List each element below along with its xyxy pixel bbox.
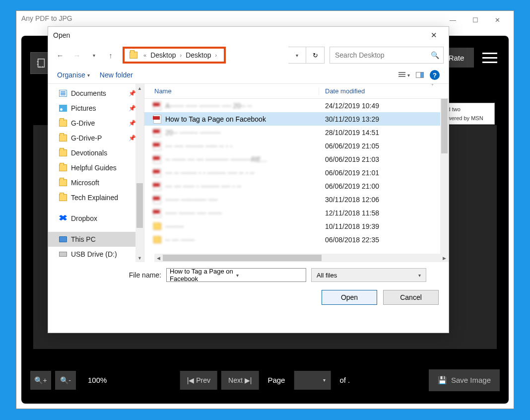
- sidebar-item-label: USB Drive (D:): [71, 250, 117, 258]
- folder-icon: [59, 120, 67, 127]
- folder-icon: [59, 164, 67, 171]
- dropbox-icon: [59, 215, 67, 222]
- file-row[interactable]: -- --- ------06/08/2018 22:35: [144, 233, 449, 246]
- file-row[interactable]: -- ------ --- --- ---------- ---------RE…: [144, 152, 449, 166]
- sidebar-item-microsoft[interactable]: Microsoft: [48, 175, 144, 190]
- next-page-button[interactable]: Next ▶|: [221, 371, 259, 390]
- pdf-icon: [153, 155, 161, 164]
- zoom-out-button[interactable]: 🔍-: [55, 371, 76, 390]
- sidebar-item-documents[interactable]: Documents📌: [48, 86, 144, 101]
- sidebar-item-label: Microsoft: [71, 179, 99, 187]
- file-row[interactable]: 20-- -------- ---------28/10/2019 14:51: [144, 126, 449, 139]
- open-button[interactable]: Open: [322, 290, 377, 305]
- sidebar-item-label: Pictures: [71, 104, 96, 112]
- sidebar-scrollbar[interactable]: ▲ ▼: [135, 84, 144, 262]
- minimize-button[interactable]: —: [442, 13, 464, 24]
- pin-icon: 📌: [129, 135, 136, 141]
- dialog-close-button[interactable]: ✕: [424, 28, 444, 42]
- folder-icon: [153, 236, 161, 243]
- close-app-button[interactable]: ✕: [486, 13, 509, 24]
- file-row[interactable]: ----- ------- ---- ------12/11/2018 11:5…: [144, 206, 449, 219]
- app-footer: 🔍+ 🔍- 100% |◀ Prev Next ▶| Page ▾ of . 💾…: [21, 356, 509, 404]
- file-row[interactable]: How to Tag a Page on Facebook30/11/2019 …: [144, 112, 449, 126]
- file-row[interactable]: --- ---- -------- ----- -- - -06/06/2019…: [144, 139, 449, 152]
- file-date: 28/10/2019 14:51: [319, 129, 449, 137]
- file-type-filter[interactable]: All files ▾: [311, 268, 426, 282]
- folder-icon: [130, 52, 137, 59]
- file-row[interactable]: --- -- ------- - - -------- ---- -- - --…: [144, 166, 449, 179]
- new-folder-button[interactable]: New folder: [100, 71, 133, 79]
- scrollbar-thumb[interactable]: [136, 183, 143, 228]
- pin-icon: 📌: [129, 105, 136, 112]
- nav-recent-button[interactable]: ▾: [87, 48, 101, 62]
- file-name: ------ ----------- ----: [165, 196, 218, 204]
- sidebar-item-devotionals[interactable]: Devotionals: [48, 145, 144, 160]
- sidebar-item-tech-explained[interactable]: Tech Explained: [48, 190, 144, 205]
- open-dialog: Open ✕ ← → ▾ ↑ « Desktop › Desktop › ▾ ↻: [48, 26, 449, 333]
- app-titlebar: Any PDF to JPG — ☐ ✕: [16, 11, 514, 26]
- view-mode-button[interactable]: ▾: [398, 72, 410, 78]
- usb-icon: [59, 252, 67, 257]
- nav-back-button[interactable]: ←: [53, 48, 67, 62]
- maximize-button[interactable]: ☐: [464, 13, 486, 24]
- folder-icon: [153, 223, 161, 230]
- list-header: Name ˅ Date modified: [144, 84, 449, 99]
- list-body: A------ ----- --------- ---- 20-- --24/1…: [144, 99, 449, 263]
- files-scrollbar[interactable]: [440, 99, 449, 254]
- scroll-down-icon[interactable]: ▼: [135, 254, 144, 262]
- preview-pane-button[interactable]: [416, 72, 424, 78]
- file-row[interactable]: --------10/11/2018 19:39: [144, 219, 449, 233]
- pdf-icon: [153, 115, 161, 124]
- sidebar-item-usb-drive-d-[interactable]: USB Drive (D:): [48, 247, 144, 262]
- rate-label: Rate: [449, 54, 464, 62]
- svg-rect-0: [38, 59, 45, 68]
- file-name: --------: [165, 222, 184, 230]
- help-button[interactable]: ?: [430, 70, 440, 80]
- sidebar-item-g-drive[interactable]: G-Drive📌: [48, 116, 144, 131]
- search-box[interactable]: 🔍: [330, 47, 444, 64]
- refresh-button[interactable]: ↻: [306, 47, 325, 64]
- nav-forward-button[interactable]: →: [70, 48, 84, 62]
- file-row[interactable]: ------ ----------- ----30/11/2018 12:06: [144, 193, 449, 206]
- cancel-button[interactable]: Cancel: [383, 290, 439, 305]
- nav-up-button[interactable]: ↑: [104, 48, 118, 62]
- horizontal-scrollbar[interactable]: ◀ ▶: [154, 254, 449, 262]
- chevron-down-icon: ▾: [407, 72, 410, 78]
- organise-button[interactable]: Organise ▾: [57, 71, 90, 79]
- file-row[interactable]: A------ ----- --------- ---- 20-- --24/1…: [144, 99, 449, 112]
- sidebar-item-g-drive-p[interactable]: G-Drive-P📌: [48, 131, 144, 145]
- scroll-left-icon[interactable]: ◀: [154, 256, 163, 261]
- pdf-icon: [153, 141, 161, 150]
- scroll-up-icon[interactable]: ▲: [135, 84, 144, 92]
- pin-icon: 📌: [129, 90, 136, 97]
- column-date[interactable]: ˅ Date modified: [319, 87, 449, 95]
- breadcrumb-seg-0[interactable]: Desktop: [150, 51, 176, 59]
- file-date: 24/12/2019 10:49: [319, 102, 449, 110]
- address-dropdown-button[interactable]: ▾: [288, 47, 306, 64]
- dialog-main: Documents📌Pictures📌G-Drive📌G-Drive-P📌Dev…: [48, 83, 449, 262]
- zoom-in-button[interactable]: 🔍+: [30, 371, 51, 390]
- breadcrumb-seg-1[interactable]: Desktop: [186, 51, 211, 59]
- breadcrumb[interactable]: « Desktop › Desktop ›: [123, 47, 226, 64]
- search-input[interactable]: [334, 51, 431, 60]
- page-select[interactable]: ▾: [294, 371, 331, 390]
- sidebar-item-dropbox[interactable]: Dropbox: [48, 211, 144, 226]
- dialog-title: Open: [53, 31, 70, 39]
- sidebar-item-helpful-guides[interactable]: Helpful Guides: [48, 160, 144, 175]
- column-name[interactable]: Name: [144, 87, 319, 95]
- file-name: --- --- ----- - -------- ---- - --: [165, 182, 241, 190]
- zoom-in-icon: 🔍+: [34, 376, 47, 384]
- file-row[interactable]: --- --- ----- - -------- ---- - --06/06/…: [144, 179, 449, 193]
- save-image-button[interactable]: 💾 Save Image: [429, 369, 500, 391]
- sidebar-item-this-pc[interactable]: This PC: [48, 232, 144, 247]
- sidebar-item-pictures[interactable]: Pictures📌: [48, 101, 144, 116]
- pdf-icon: [153, 101, 161, 110]
- zoom-out-icon: 🔍-: [60, 376, 71, 384]
- prev-page-button[interactable]: |◀ Prev: [180, 371, 217, 390]
- scroll-right-icon[interactable]: ▶: [440, 256, 449, 261]
- menu-button[interactable]: [480, 48, 500, 68]
- chevron-down-icon[interactable]: ▾: [236, 273, 303, 278]
- scrollbar-thumb[interactable]: [163, 255, 322, 261]
- scrollbar-thumb[interactable]: [441, 99, 448, 153]
- file-name-input[interactable]: How to Tag a Page on Facebook ▾: [166, 268, 306, 282]
